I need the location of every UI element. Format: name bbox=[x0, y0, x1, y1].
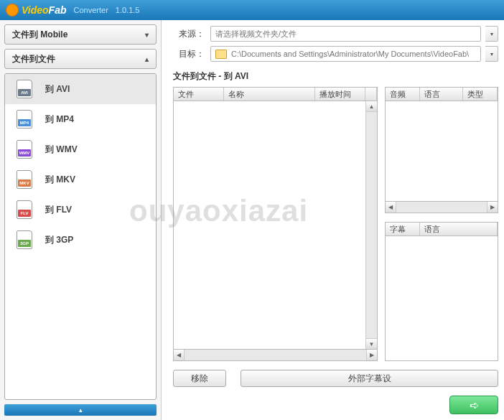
col-sub[interactable]: 字幕 bbox=[386, 223, 420, 235]
file-table-body[interactable] bbox=[173, 101, 378, 350]
horizontal-scrollbar[interactable] bbox=[385, 202, 498, 213]
col-duration[interactable]: 播放时间 bbox=[315, 88, 365, 101]
col-name[interactable]: 名称 bbox=[224, 88, 315, 101]
accordion-mobile-label: 文件到 Mobile bbox=[12, 29, 67, 41]
app-product: Converter bbox=[74, 6, 108, 14]
format-label: 到 AVI bbox=[45, 83, 70, 95]
file-avi-icon bbox=[17, 80, 32, 98]
source-input[interactable]: 请选择视频文件夹/文件 bbox=[210, 26, 481, 42]
vertical-scrollbar[interactable] bbox=[365, 101, 377, 349]
col-spacer bbox=[365, 88, 377, 101]
app-name: VideoFab bbox=[22, 4, 67, 16]
accordion-file-label: 文件到文件 bbox=[12, 53, 55, 65]
accordion-file[interactable]: 文件到文件 ▴ bbox=[4, 49, 157, 69]
format-label: 到 3GP bbox=[45, 234, 73, 246]
format-list: 到 AVI 到 MP4 到 WMV 到 MKV 到 FLV 到 3GP bbox=[4, 73, 157, 400]
source-placeholder: 请选择视频文件夹/文件 bbox=[215, 29, 297, 39]
file-mkv-icon bbox=[17, 170, 32, 189]
file-flv-icon bbox=[17, 200, 32, 219]
external-subtitle-button[interactable]: 外部字幕设 bbox=[241, 370, 498, 387]
accordion-mobile[interactable]: 文件到 Mobile ▾ bbox=[4, 24, 157, 45]
folder-icon bbox=[215, 50, 227, 59]
format-item-mp4[interactable]: 到 MP4 bbox=[5, 104, 156, 134]
format-label: 到 WMV bbox=[45, 144, 78, 156]
file-wmv-icon bbox=[17, 140, 32, 159]
horizontal-scrollbar[interactable] bbox=[173, 350, 378, 361]
col-lang2[interactable]: 语言 bbox=[420, 223, 498, 235]
format-label: 到 FLV bbox=[45, 204, 72, 216]
chevron-up-icon: ▴ bbox=[145, 55, 149, 63]
format-item-avi[interactable]: 到 AVI bbox=[5, 74, 156, 104]
file-mp4-icon bbox=[17, 110, 32, 129]
app-logo: VideoFab Converter 1.0.1.5 bbox=[6, 4, 139, 17]
remove-button[interactable]: 移除 bbox=[173, 370, 226, 387]
format-item-wmv[interactable]: 到 WMV bbox=[5, 134, 156, 164]
source-dropdown-button[interactable]: ▾ bbox=[485, 26, 498, 42]
subtitle-table: 字幕 语言 bbox=[385, 222, 498, 361]
format-item-mkv[interactable]: 到 MKV bbox=[5, 164, 156, 195]
chevron-down-icon: ▾ bbox=[145, 31, 149, 39]
section-title: 文件到文件 - 到 AVI bbox=[173, 70, 498, 83]
next-button[interactable]: ➪ bbox=[449, 396, 498, 414]
col-type[interactable]: 类型 bbox=[463, 88, 498, 101]
format-label: 到 MKV bbox=[45, 174, 75, 186]
format-item-3gp[interactable]: 到 3GP bbox=[5, 225, 156, 255]
target-label: 目标： bbox=[173, 48, 205, 60]
target-input[interactable]: C:\Documents and Settings\Administrator\… bbox=[210, 46, 481, 62]
audio-table-body[interactable] bbox=[385, 101, 498, 202]
format-label: 到 MP4 bbox=[45, 113, 74, 126]
title-bar: VideoFab Converter 1.0.1.5 bbox=[0, 0, 504, 20]
source-label: 来源： bbox=[173, 28, 205, 40]
col-file[interactable]: 文件 bbox=[174, 88, 224, 101]
arrow-right-icon: ➪ bbox=[470, 398, 479, 412]
app-version: 1.0.1.5 bbox=[116, 6, 140, 14]
subtitle-table-body[interactable] bbox=[385, 236, 498, 361]
col-lang[interactable]: 语言 bbox=[420, 88, 463, 101]
file-table: 文件 名称 播放时间 bbox=[173, 87, 378, 361]
sidebar: 文件到 Mobile ▾ 文件到文件 ▴ 到 AVI 到 MP4 到 WMV 到… bbox=[0, 20, 162, 420]
format-item-flv[interactable]: 到 FLV bbox=[5, 195, 156, 225]
file-3gp-icon bbox=[17, 230, 32, 249]
target-value: C:\Documents and Settings\Administrator\… bbox=[231, 50, 469, 58]
sidebar-collapse-button[interactable]: ▴ bbox=[4, 404, 157, 416]
col-audio[interactable]: 音频 bbox=[386, 88, 420, 101]
target-dropdown-button[interactable]: ▾ bbox=[485, 46, 498, 62]
audio-table: 音频 语言 类型 bbox=[385, 87, 498, 213]
logo-icon bbox=[6, 4, 19, 17]
content-area: 来源： 请选择视频文件夹/文件 ▾ 目标： C:\Documents and S… bbox=[162, 20, 504, 420]
